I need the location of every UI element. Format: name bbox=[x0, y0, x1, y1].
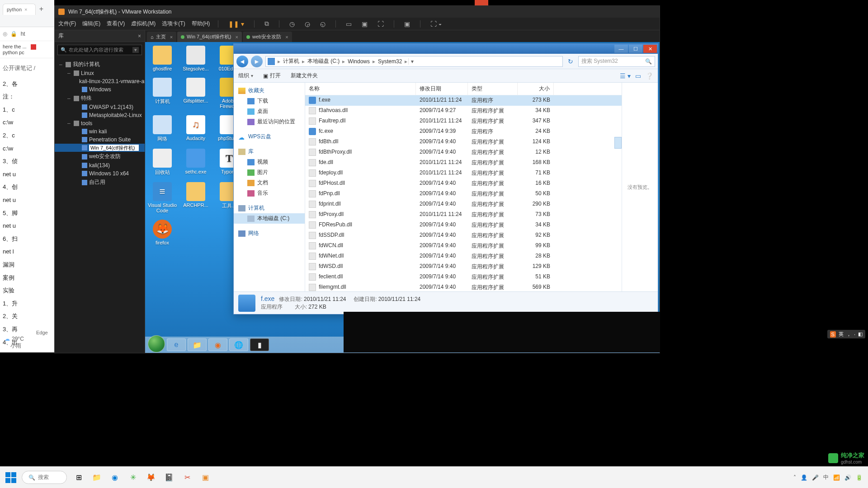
pause-button[interactable]: ❚❚ ▾ bbox=[226, 19, 246, 28]
desktop-icon[interactable]: Gifsplitter... bbox=[181, 78, 210, 109]
ime-width[interactable]: · bbox=[854, 332, 855, 337]
menu-file[interactable]: 文件(F) bbox=[58, 20, 76, 28]
taskbar-snip[interactable]: ✂ bbox=[181, 471, 193, 484]
tree-item[interactable]: 最近访问的位置 bbox=[234, 117, 305, 127]
tool-button[interactable]: ◶ bbox=[303, 19, 312, 28]
taskbar-notepad[interactable]: 📓 bbox=[163, 471, 175, 484]
file-row[interactable]: fdPnp.dll2009/7/14 9:40应用程序扩展50 KB bbox=[305, 189, 622, 199]
file-row[interactable]: fdWCN.dll2009/7/14 9:40应用程序扩展99 KB bbox=[305, 241, 622, 251]
library-search[interactable]: 🔍 在此处键入内容进行搜索 ▾ bbox=[57, 45, 142, 55]
col-date[interactable]: 修改日期 bbox=[416, 83, 468, 95]
tree-item[interactable]: 视频 bbox=[234, 157, 305, 167]
tree-item[interactable]: 图片 bbox=[234, 167, 305, 178]
taskbar-explorer[interactable]: 📁 bbox=[188, 338, 207, 351]
tree-item[interactable]: 下载 bbox=[234, 96, 305, 106]
bookmark-item[interactable]: here the ... bbox=[3, 44, 27, 49]
tray-people-icon[interactable]: 👤 bbox=[801, 474, 807, 481]
tray-volume-icon[interactable]: 🔊 bbox=[844, 474, 851, 481]
close-icon[interactable]: × bbox=[285, 34, 288, 40]
col-name[interactable]: 名称 bbox=[305, 83, 416, 95]
explorer-titlebar[interactable]: — ☐ ✕ bbox=[234, 44, 658, 54]
file-row[interactable]: fde.dll2010/11/21 11:24应用程序扩展168 KB bbox=[305, 158, 622, 168]
taskbar-edge[interactable]: ◉ bbox=[108, 471, 121, 484]
crumb-segment[interactable]: 本地磁盘 (C:) bbox=[306, 57, 341, 65]
vm-tab[interactable]: ⌂主页× bbox=[147, 32, 176, 42]
tray-mic-icon[interactable]: 🎤 bbox=[812, 474, 819, 481]
tree-item[interactable]: 自己用 bbox=[55, 178, 145, 187]
start-button[interactable] bbox=[5, 472, 16, 483]
vmware-titlebar[interactable]: Win 7_64(ctf操作机) - VMware Workstation bbox=[55, 6, 660, 18]
view-mode-button[interactable]: ☰ ▾ bbox=[620, 72, 631, 80]
file-row[interactable]: fdSSDP.dll2009/7/14 9:40应用程序扩展92 KB bbox=[305, 230, 622, 241]
scrollbar-thumb[interactable] bbox=[614, 137, 622, 149]
taskbar-wmp[interactable]: ◉ bbox=[208, 338, 227, 351]
ime-softkb[interactable]: ◧ bbox=[858, 331, 863, 337]
tray-battery-icon[interactable]: 🔋 bbox=[856, 474, 863, 481]
explorer-search[interactable]: 搜索 System32 🔍 bbox=[578, 56, 655, 67]
bookmark-item[interactable]: python pc bbox=[3, 50, 24, 55]
view-button[interactable]: ▣ bbox=[360, 19, 369, 28]
close-icon[interactable]: × bbox=[170, 34, 173, 40]
file-row[interactable]: f3ahvoas.dll2009/7/14 9:27应用程序扩展34 KB bbox=[305, 106, 622, 116]
rename-input[interactable] bbox=[89, 145, 139, 151]
refresh-button[interactable]: ↻ bbox=[566, 58, 576, 65]
file-row[interactable]: fdprint.dll2009/7/14 9:40应用程序扩展290 KB bbox=[305, 199, 622, 210]
tree-item[interactable]: –我的计算机 bbox=[55, 60, 145, 69]
file-row[interactable]: FDResPub.dll2009/7/14 9:40应用程序扩展34 KB bbox=[305, 220, 622, 230]
tree-item[interactable]: 本地磁盘 (C:) bbox=[234, 213, 305, 224]
tree-item[interactable]: –特殊 bbox=[55, 94, 145, 103]
taskbar-chrome[interactable]: 🌐 bbox=[229, 338, 248, 351]
browser-tab[interactable]: python× bbox=[3, 4, 36, 15]
vm-tab[interactable]: web安全攻防× bbox=[243, 32, 292, 42]
tree-item[interactable]: –tools bbox=[55, 119, 145, 127]
tree-item[interactable]: –Linux bbox=[55, 69, 145, 77]
col-type[interactable]: 类型 bbox=[468, 83, 518, 95]
tool-button[interactable]: ◵ bbox=[318, 19, 327, 28]
crumb-dropdown[interactable]: ▾ bbox=[408, 58, 415, 65]
ime-punct[interactable]: ， bbox=[846, 331, 851, 338]
desktop-icon[interactable]: ghostfire bbox=[148, 46, 177, 71]
tree-item[interactable]: OWASP v1.2(143) bbox=[55, 103, 145, 111]
file-row[interactable]: fdPHost.dll2009/7/14 9:40应用程序扩展16 KB bbox=[305, 178, 622, 189]
tree-item[interactable]: win kali bbox=[55, 127, 145, 136]
taskbar-explorer[interactable]: 📁 bbox=[90, 471, 103, 484]
close-icon[interactable]: × bbox=[138, 33, 141, 39]
tray-chevron-up-icon[interactable]: ˄ bbox=[793, 474, 796, 481]
desktop-icon[interactable]: 网络 bbox=[148, 115, 177, 142]
tree-item[interactable]: 音乐 bbox=[234, 188, 305, 198]
desktop-icon[interactable]: Stegsolve... bbox=[181, 46, 210, 71]
file-row[interactable]: filemgmt.dll2009/7/14 9:40应用程序扩展569 KB bbox=[305, 282, 622, 291]
file-row[interactable]: fdWSD.dll2009/7/14 9:40应用程序扩展129 KB bbox=[305, 262, 622, 272]
file-row[interactable]: fdBthProxy.dll2009/7/14 9:40应用程序扩展12 KB bbox=[305, 147, 622, 158]
tray-wifi-icon[interactable]: 📶 bbox=[833, 474, 840, 481]
desktop-icon[interactable]: 🦊firefox bbox=[148, 220, 177, 245]
weather-widget[interactable]: ☁29°C 小雨 bbox=[5, 336, 24, 350]
taskbar-cmd[interactable]: ▮ bbox=[250, 338, 269, 351]
preview-pane-button[interactable]: ▭ bbox=[635, 72, 641, 80]
file-row[interactable]: fdProxy.dll2010/11/21 11:24应用程序扩展73 KB bbox=[305, 210, 622, 220]
desktop-icon[interactable]: 回收站 bbox=[148, 149, 177, 176]
desktop-icon[interactable]: ARCHPR... bbox=[181, 182, 210, 213]
desktop-icon[interactable]: ♫Audacity bbox=[181, 115, 210, 142]
tree-item[interactable]: Penetration Suite bbox=[55, 136, 145, 144]
ime-toolbar[interactable]: S 英 ， · ◧ bbox=[827, 330, 865, 338]
ime-lang[interactable]: 英 bbox=[839, 331, 844, 338]
tree-item[interactable] bbox=[55, 144, 145, 152]
crumb-segment[interactable]: Windows bbox=[346, 58, 372, 65]
new-folder-button[interactable]: 新建文件夹 bbox=[291, 72, 318, 80]
taskbar-vmware[interactable]: ▣ bbox=[199, 471, 212, 484]
crumb-segment[interactable]: 计算机 bbox=[281, 57, 301, 65]
desktop-icon[interactable]: 计算机 bbox=[148, 78, 177, 109]
tree-item[interactable]: 文档 bbox=[234, 178, 305, 188]
vm-tab[interactable]: Win 7_64(ctf操作机)× bbox=[177, 32, 242, 42]
close-icon[interactable]: × bbox=[24, 7, 27, 12]
tree-item[interactable]: 收藏夹 bbox=[234, 85, 305, 96]
tree-item[interactable]: kali-linux-2023.1-vmware-amd bbox=[55, 77, 145, 85]
taskbar-ie[interactable]: e bbox=[167, 338, 186, 351]
tool-button[interactable]: ◷ bbox=[288, 19, 297, 28]
tree-item[interactable]: 库 bbox=[234, 146, 305, 157]
menu-vm[interactable]: 虚拟机(M) bbox=[131, 20, 156, 28]
tree-item[interactable]: kali(134) bbox=[55, 161, 145, 169]
menu-tabs[interactable]: 选项卡(T) bbox=[162, 20, 185, 28]
file-row[interactable]: f.exe2010/11/21 11:24应用程序273 KB bbox=[305, 95, 622, 106]
